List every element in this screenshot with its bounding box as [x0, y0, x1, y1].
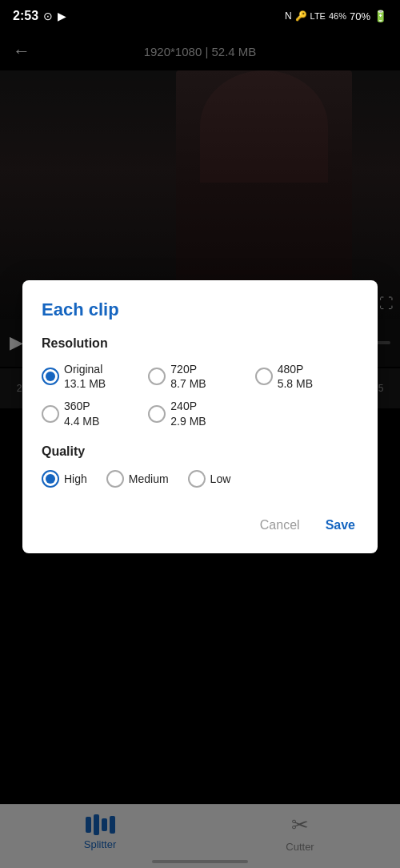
- quality-low-label: Low: [210, 472, 231, 486]
- radio-original-circle: [42, 368, 59, 385]
- quality-options: High Medium Low: [42, 470, 358, 488]
- resolution-240p[interactable]: 240P2.9 MB: [148, 399, 251, 428]
- status-bar: 2:53 ⊙ ▶ N 🔑 LTE 46% 70% 🔋: [0, 0, 400, 32]
- resolution-label: Resolution: [42, 336, 358, 351]
- resolution-480p[interactable]: 480P5.8 MB: [255, 362, 358, 391]
- status-icon-signal: ▶: [58, 10, 66, 22]
- status-lte-icon: LTE: [310, 11, 326, 21]
- status-icon-circle: ⊙: [43, 10, 53, 22]
- status-nfc-icon: N: [285, 10, 292, 22]
- resolution-360p[interactable]: 360P4.4 MB: [42, 399, 145, 428]
- resolution-original-label: Original13.1 MB: [64, 362, 106, 391]
- radio-480p-circle: [255, 368, 273, 385]
- status-left: 2:53 ⊙ ▶: [13, 9, 66, 23]
- status-time: 2:53: [13, 9, 38, 23]
- battery-percent: 70%: [350, 10, 370, 22]
- quality-high-label: High: [64, 472, 87, 486]
- dialog-title: Each clip: [42, 299, 358, 320]
- resolution-720p-label: 720P8.7 MB: [170, 362, 206, 391]
- cancel-button[interactable]: Cancel: [257, 513, 303, 537]
- quality-medium[interactable]: Medium: [106, 470, 169, 488]
- resolution-480p-label: 480P5.8 MB: [278, 362, 313, 391]
- status-key-icon: 🔑: [295, 10, 307, 22]
- status-right: N 🔑 LTE 46% 70% 🔋: [285, 10, 387, 22]
- radio-720p-circle: [148, 368, 166, 385]
- resolution-240p-label: 240P2.9 MB: [170, 399, 206, 428]
- resolution-grid-spacer: [255, 399, 358, 428]
- radio-240p-circle: [148, 405, 166, 423]
- radio-high-circle: [42, 470, 59, 488]
- battery-icon: 🔋: [374, 10, 387, 22]
- quality-label: Quality: [42, 444, 358, 459]
- each-clip-dialog: Each clip Resolution Original13.1 MB 720…: [22, 280, 378, 553]
- radio-medium-circle: [106, 470, 124, 488]
- resolution-720p[interactable]: 720P8.7 MB: [148, 362, 251, 391]
- quality-high[interactable]: High: [42, 470, 87, 488]
- resolution-original[interactable]: Original13.1 MB: [42, 362, 145, 391]
- radio-360p-circle: [42, 405, 59, 423]
- status-4g-icon: 46%: [329, 11, 346, 21]
- radio-low-circle: [188, 470, 206, 488]
- save-button[interactable]: Save: [322, 513, 358, 537]
- resolution-360p-label: 360P4.4 MB: [64, 399, 99, 428]
- resolution-options: Original13.1 MB 720P8.7 MB 480P5.8 MB 36…: [42, 362, 358, 428]
- quality-low[interactable]: Low: [188, 470, 231, 488]
- dialog-actions: Cancel Save: [42, 507, 358, 537]
- quality-medium-label: Medium: [129, 472, 169, 486]
